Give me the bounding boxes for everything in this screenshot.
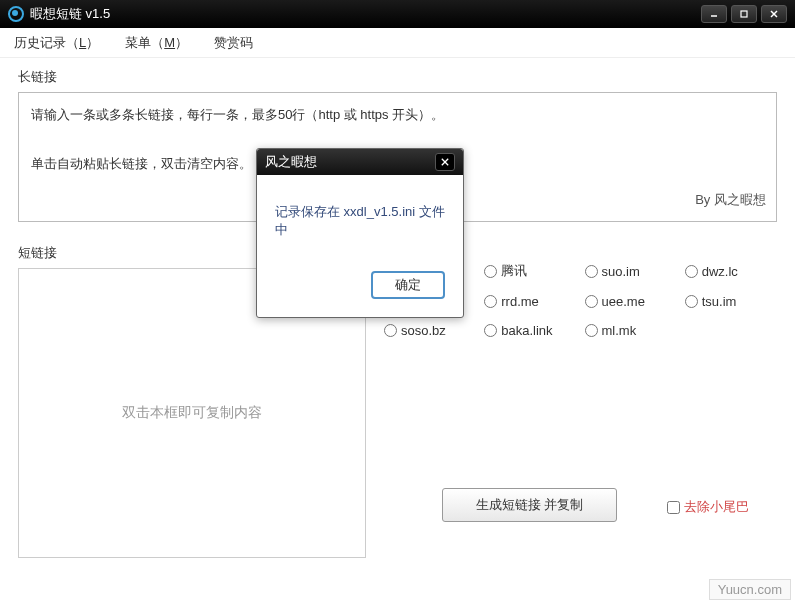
watermark: Yuucn.com bbox=[709, 579, 791, 600]
close-button[interactable] bbox=[761, 5, 787, 23]
service-radio-tsuim[interactable]: tsu.im bbox=[685, 294, 777, 309]
radio-input[interactable] bbox=[585, 265, 598, 278]
radio-input[interactable] bbox=[484, 295, 497, 308]
radio-input[interactable] bbox=[384, 324, 397, 337]
menu-menu-key: M bbox=[164, 35, 175, 50]
service-radio-mlmk[interactable]: ml.mk bbox=[585, 323, 677, 338]
menu-sponsor[interactable]: 赞赏码 bbox=[214, 34, 253, 52]
short-url-hint: 双击本框即可复制内容 bbox=[122, 404, 262, 422]
long-url-label: 长链接 bbox=[18, 68, 777, 86]
maximize-button[interactable] bbox=[731, 5, 757, 23]
radio-label: 腾讯 bbox=[501, 262, 527, 280]
radio-label: uee.me bbox=[602, 294, 645, 309]
menu-menu[interactable]: 菜单（M） bbox=[125, 34, 188, 52]
service-radio-bakalink[interactable]: baka.link bbox=[484, 323, 576, 338]
dialog-titlebar: 风之暇想 bbox=[257, 149, 463, 175]
app-icon bbox=[8, 6, 24, 22]
radio-input[interactable] bbox=[585, 324, 598, 337]
service-radio-dwzlc[interactable]: dwz.lc bbox=[685, 262, 777, 280]
long-url-placeholder-1: 请输入一条或多条长链接，每行一条，最多50行（http 或 https 开头）。 bbox=[31, 103, 764, 128]
service-radio-sosobz[interactable]: soso.bz bbox=[384, 323, 476, 338]
radio-label: baka.link bbox=[501, 323, 552, 338]
menu-history-label: 历史记录 bbox=[14, 35, 66, 50]
generate-button[interactable]: 生成短链接 并复制 bbox=[442, 488, 617, 522]
service-radio-tencent[interactable]: 腾讯 bbox=[484, 262, 576, 280]
titlebar: 暇想短链 v1.5 bbox=[0, 0, 795, 28]
radio-label: rrd.me bbox=[501, 294, 539, 309]
radio-input[interactable] bbox=[685, 295, 698, 308]
info-dialog: 风之暇想 记录保存在 xxdl_v1.5.ini 文件中 确定 bbox=[256, 148, 464, 318]
radio-input[interactable] bbox=[685, 265, 698, 278]
dialog-footer: 确定 bbox=[257, 261, 463, 317]
svg-rect-1 bbox=[741, 11, 747, 17]
byline: By 风之暇想 bbox=[695, 188, 766, 213]
remove-tail-checkbox[interactable]: 去除小尾巴 bbox=[667, 498, 749, 516]
radio-input[interactable] bbox=[585, 295, 598, 308]
radio-label: tsu.im bbox=[702, 294, 737, 309]
radio-input[interactable] bbox=[484, 324, 497, 337]
remove-tail-label: 去除小尾巴 bbox=[684, 498, 749, 516]
menu-history[interactable]: 历史记录（L） bbox=[14, 34, 99, 52]
checkbox-input[interactable] bbox=[667, 501, 680, 514]
window-title: 暇想短链 v1.5 bbox=[30, 5, 110, 23]
service-radio-ueeme[interactable]: uee.me bbox=[585, 294, 677, 309]
dialog-ok-button[interactable]: 确定 bbox=[371, 271, 445, 299]
radio-label: dwz.lc bbox=[702, 264, 738, 279]
radio-label: soso.bz bbox=[401, 323, 446, 338]
dialog-title: 风之暇想 bbox=[265, 153, 317, 171]
dialog-message: 记录保存在 xxdl_v1.5.ini 文件中 bbox=[257, 175, 463, 261]
radio-input[interactable] bbox=[484, 265, 497, 278]
menu-history-key: L bbox=[79, 35, 86, 50]
main-window: 暇想短链 v1.5 历史记录（L） 菜单（M） 赞赏码 长链接 请输入一条或多条… bbox=[0, 0, 795, 604]
radio-label: suo.im bbox=[602, 264, 640, 279]
service-radio-suoim[interactable]: suo.im bbox=[585, 262, 677, 280]
menubar: 历史记录（L） 菜单（M） 赞赏码 bbox=[0, 28, 795, 58]
minimize-button[interactable] bbox=[701, 5, 727, 23]
radio-label: ml.mk bbox=[602, 323, 637, 338]
window-controls bbox=[701, 5, 787, 23]
service-radio-rrdme[interactable]: rrd.me bbox=[484, 294, 576, 309]
dialog-close-button[interactable] bbox=[435, 153, 455, 171]
menu-menu-label: 菜单 bbox=[125, 35, 151, 50]
